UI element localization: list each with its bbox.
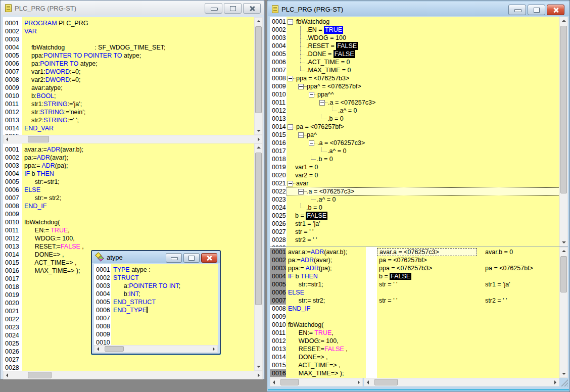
code-line[interactable]: 0007 xyxy=(94,314,218,322)
code-line[interactable]: 0002STRUCT xyxy=(94,274,218,282)
code-line[interactable]: 0007 str:= str2; xyxy=(270,297,377,305)
watch-row[interactable]: 0027str = ' ' xyxy=(270,228,568,236)
watch-row[interactable]: 0003.WDOG = 100 xyxy=(270,34,568,42)
close-button[interactable] xyxy=(547,5,564,15)
scroll-up-icon[interactable] xyxy=(562,250,566,252)
scroll-down-icon[interactable] xyxy=(257,366,261,368)
tree-collapse-icon[interactable] xyxy=(309,140,314,146)
code-line[interactable]: 0009 xyxy=(3,210,263,218)
monitor-cell[interactable]: pa = <076257bf> xyxy=(379,256,427,264)
watch-row[interactable]: 0021avar xyxy=(270,179,568,187)
watch-row[interactable]: 0004.RESET = FALSE xyxy=(270,42,568,50)
monitor-cell[interactable]: pa = <076257bf> xyxy=(485,264,533,272)
minimize-button[interactable] xyxy=(508,5,526,15)
close-button[interactable] xyxy=(201,253,217,263)
watch-row[interactable]: 0020var2 = 0 xyxy=(270,171,568,179)
watch-row[interactable]: 0001fbWatchdog xyxy=(270,18,568,26)
scroll-left-icon[interactable] xyxy=(273,380,275,384)
tree-collapse-icon[interactable] xyxy=(288,124,293,130)
tree-collapse-icon[interactable] xyxy=(288,19,293,25)
code-line[interactable]: 0002pa:=ADR(avar); xyxy=(270,256,377,264)
code-line[interactable]: 0006ELSE xyxy=(270,288,377,297)
scrollbar-thumb[interactable] xyxy=(105,346,124,352)
code-line[interactable]: 0007 var1:DWORD:=0; xyxy=(3,68,263,76)
monitor-cell[interactable]: str = ' ' xyxy=(379,280,397,288)
code-line[interactable]: 0012 str:STRING:='nein'; xyxy=(3,108,263,116)
scroll-left-icon[interactable] xyxy=(6,373,8,377)
monitor-cell[interactable]: str = ' ' xyxy=(379,297,397,305)
maximize-button[interactable] xyxy=(528,5,545,15)
code-line[interactable]: 0009 avar:atype; xyxy=(3,84,263,92)
monitor-horizontal-scrollbar[interactable] xyxy=(364,378,559,386)
code-line[interactable]: 0012 WDOG:= 100, xyxy=(3,234,263,242)
watch-row[interactable]: 0018.b = 0 xyxy=(270,155,568,163)
code-vertical-scrollbar[interactable] xyxy=(254,143,263,371)
scroll-up-icon[interactable] xyxy=(562,20,566,22)
code-line[interactable]: 0006ELSE xyxy=(3,186,263,194)
code-line[interactable]: 0010fbWatchdog( xyxy=(3,218,263,226)
watch-row[interactable]: 0010ppa^^ xyxy=(270,90,568,99)
watch-vertical-scrollbar[interactable] xyxy=(559,17,568,247)
watch-row[interactable]: 0015pa^ xyxy=(270,131,568,139)
watch-row[interactable]: 0026str1 = 'ja' xyxy=(270,220,568,228)
scrollbar-thumb[interactable] xyxy=(280,379,299,385)
code-line[interactable]: 0003 a:POINTER TO INT; xyxy=(94,282,218,290)
code-line[interactable]: 0001avar.a:=ADR(avar.b); xyxy=(3,145,263,154)
watch-row[interactable]: 0002.EN = TRUE xyxy=(270,26,568,34)
scroll-up-icon[interactable] xyxy=(257,146,261,149)
scroll-up-icon[interactable] xyxy=(257,20,261,22)
code-line[interactable]: 0016 MAX_TIME=> ); xyxy=(270,369,377,377)
code-line[interactable]: 0001avar.a:=ADR(avar.b); xyxy=(270,248,377,256)
code-line[interactable]: 0028 xyxy=(3,364,263,371)
minimize-button[interactable] xyxy=(166,253,182,263)
code-line[interactable]: 0015 ACT_TIME=> , xyxy=(270,361,377,369)
maximize-button[interactable] xyxy=(224,3,242,14)
code-line[interactable]: 0010 xyxy=(94,338,218,345)
code-line[interactable]: 0010 b:BOOL; xyxy=(3,92,263,100)
code-line[interactable]: 0004 fbWatchdog : SF_WDOG_TIME_SET; xyxy=(3,43,263,52)
monitor-cell[interactable]: str2 = ' ' xyxy=(485,297,507,305)
scroll-left-icon[interactable] xyxy=(97,347,99,351)
declaration-pane[interactable]: 0001PROGRAM PLC_PRG0002VAR00030004 fbWat… xyxy=(3,17,263,135)
tree-collapse-icon[interactable] xyxy=(319,100,325,106)
decl-horizontal-scrollbar[interactable] xyxy=(3,135,263,143)
tree-collapse-icon[interactable] xyxy=(298,189,304,194)
scrollbar-thumb[interactable] xyxy=(374,379,398,385)
scroll-left-icon[interactable] xyxy=(6,137,8,141)
minimize-button[interactable] xyxy=(205,3,222,14)
scrollbar-thumb[interactable] xyxy=(255,26,262,113)
code-line[interactable]: 0002VAR xyxy=(3,27,263,35)
code-line[interactable]: 0001PROGRAM PLC_PRG xyxy=(3,19,263,27)
scrollbar-thumb[interactable] xyxy=(560,256,567,292)
code-line[interactable]: 0012 WDOG:= 100, xyxy=(270,337,377,345)
tree-collapse-icon[interactable] xyxy=(298,84,304,89)
code-line[interactable]: 0010fbWatchdog( xyxy=(270,321,377,329)
watch-tree-pane[interactable]: 0001fbWatchdog0002.EN = TRUE0003.WDOG = … xyxy=(270,17,568,247)
code-line[interactable]: 0008 xyxy=(94,322,218,330)
code-line[interactable]: 0003 xyxy=(3,35,263,43)
code-line[interactable]: 0004 b:INT; xyxy=(94,290,218,298)
scroll-right-icon[interactable] xyxy=(213,347,215,351)
code-line[interactable]: 0013 str2:STRING:=' '; xyxy=(3,116,263,124)
code-line[interactable]: 0003ppa:= ADR(pa); xyxy=(270,264,377,272)
code-line[interactable]: 0004IF b THEN xyxy=(270,272,377,280)
scroll-right-icon[interactable] xyxy=(258,373,260,377)
code-line[interactable]: 0005END_STRUCT xyxy=(94,298,218,306)
resize-grip[interactable] xyxy=(559,378,568,386)
close-button[interactable] xyxy=(243,3,261,14)
code-line[interactable]: 0008END_IF xyxy=(270,305,377,313)
monitor-cell[interactable]: str1 = 'ja' xyxy=(485,280,510,288)
watch-row[interactable]: 0012.a^ = 0 xyxy=(270,107,568,115)
code-line[interactable]: 0009 xyxy=(94,330,218,338)
scrollbar-thumb[interactable] xyxy=(255,153,262,305)
watch-row[interactable]: 0025b = FALSE xyxy=(270,212,568,220)
scrollbar-thumb[interactable] xyxy=(560,26,567,193)
scroll-down-icon[interactable] xyxy=(562,241,566,243)
watch-row[interactable]: 0024.b = 0 xyxy=(270,204,568,212)
watch-row[interactable]: 0028str2 = ' ' xyxy=(270,236,568,244)
scrollbar-thumb[interactable] xyxy=(28,136,49,142)
code-line[interactable]: 0006 pa:POINTER TO atype; xyxy=(3,60,263,68)
tree-collapse-icon[interactable] xyxy=(288,76,293,81)
code-line[interactable]: 0005 str:=str1; xyxy=(3,178,263,186)
code-line[interactable]: 0004IF b THEN xyxy=(3,170,263,178)
